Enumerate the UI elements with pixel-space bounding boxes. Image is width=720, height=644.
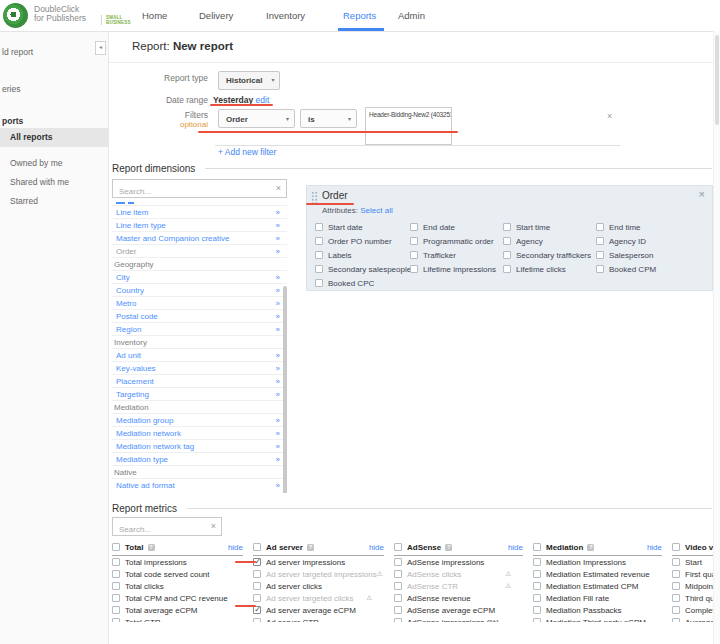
dimension-native-ad-format[interactable]: Native ad format» <box>112 479 287 488</box>
add-dimension-icon[interactable]: » <box>276 323 280 336</box>
nav-home[interactable]: Home <box>142 0 167 31</box>
checkbox[interactable] <box>394 594 402 602</box>
checkbox[interactable] <box>410 251 418 259</box>
dimension-targeting[interactable]: Targeting» <box>112 388 287 401</box>
checkbox[interactable] <box>533 606 541 614</box>
checkbox[interactable] <box>672 582 680 590</box>
add-dimension-icon[interactable]: » <box>276 271 280 284</box>
sidebar-item-all-reports[interactable]: All reports <box>0 128 108 147</box>
sidebar-item-shared-with-me[interactable]: Shared with me <box>10 175 69 189</box>
checkbox[interactable] <box>112 570 120 578</box>
add-dimension-icon[interactable]: » <box>276 284 280 297</box>
checkbox[interactable] <box>315 223 323 231</box>
add-dimension-icon[interactable]: » <box>276 349 280 362</box>
add-dimension-icon[interactable]: » <box>276 388 280 401</box>
hide-link[interactable]: hide <box>369 543 384 552</box>
clear-search-icon[interactable]: × <box>276 183 281 194</box>
nav-admin[interactable]: Admin <box>398 0 425 31</box>
checkbox[interactable] <box>503 265 511 273</box>
dimension-metro[interactable]: Metro» <box>112 297 287 310</box>
add-dimension-icon[interactable]: » <box>276 362 280 375</box>
checkbox[interactable] <box>672 606 680 614</box>
checkbox[interactable] <box>533 570 541 578</box>
checkbox[interactable] <box>315 237 323 245</box>
remove-filter-icon[interactable]: × <box>607 111 612 121</box>
add-dimension-icon[interactable]: » <box>276 453 280 466</box>
dimension-mediation-network[interactable]: Mediation network» <box>112 427 287 440</box>
sidebar-item-eries[interactable]: eries <box>2 82 20 96</box>
add-dimension-icon[interactable]: » <box>276 219 280 232</box>
checkbox[interactable] <box>112 594 120 602</box>
add-dimension-icon[interactable]: » <box>276 427 280 440</box>
checkbox[interactable] <box>253 582 261 590</box>
filter-dimension-dropdown[interactable]: Order ▾ <box>218 109 295 128</box>
add-dimension-icon[interactable]: » <box>276 414 280 427</box>
checkbox[interactable] <box>410 223 418 231</box>
checkbox[interactable] <box>253 570 261 578</box>
checkbox[interactable] <box>394 543 402 551</box>
dimensions-scrollbar-thumb[interactable] <box>283 286 287 493</box>
add-dimension-icon[interactable]: » <box>276 245 280 258</box>
checkbox[interactable] <box>410 237 418 245</box>
checkbox[interactable] <box>394 570 402 578</box>
checkbox[interactable] <box>672 618 680 622</box>
dimension-postal-code[interactable]: Postal code» <box>112 310 287 323</box>
filter-value-input[interactable]: Header-Bidding-New2 (403251988)× <box>365 107 452 145</box>
hide-link[interactable]: hide <box>508 543 523 552</box>
checkbox[interactable] <box>503 237 511 245</box>
dimension-city[interactable]: City» <box>112 271 287 284</box>
dimension-country[interactable]: Country» <box>112 284 287 297</box>
dimensions-search-input[interactable] <box>113 183 286 200</box>
checkbox[interactable] <box>672 594 680 602</box>
dimension-key-values[interactable]: Key-values» <box>112 362 287 375</box>
add-dimension-icon[interactable]: » <box>276 440 280 453</box>
dimension-mediation-group[interactable]: Mediation group» <box>112 414 287 427</box>
nav-delivery[interactable]: Delivery <box>199 0 233 31</box>
checkbox[interactable] <box>533 594 541 602</box>
sidebar-item-owned-by-me[interactable]: Owned by me <box>10 156 62 170</box>
checkbox[interactable] <box>503 251 511 259</box>
checkbox[interactable] <box>253 618 261 622</box>
dimension-order[interactable]: Order» <box>112 245 287 258</box>
checkbox[interactable] <box>394 582 402 590</box>
checkbox[interactable] <box>112 582 120 590</box>
checkbox[interactable] <box>672 558 680 566</box>
checkbox[interactable] <box>112 618 120 622</box>
checkbox[interactable] <box>533 618 541 622</box>
sidebar-item-starred[interactable]: Starred <box>10 194 38 208</box>
checkbox[interactable] <box>533 582 541 590</box>
dimension-mediation-type[interactable]: Mediation type» <box>112 453 287 466</box>
checkbox[interactable] <box>533 543 541 551</box>
checkbox[interactable] <box>596 237 604 245</box>
checkbox-checked[interactable]: ✓ <box>253 606 261 614</box>
filter-operator-dropdown[interactable]: is ▾ <box>300 109 357 128</box>
checkbox[interactable] <box>315 265 323 273</box>
add-dimension-icon[interactable]: » <box>276 232 280 245</box>
add-dimension-icon[interactable]: » <box>276 375 280 388</box>
checkbox[interactable] <box>672 570 680 578</box>
sidebar-item-ld-report[interactable]: ld report <box>2 45 33 59</box>
checkbox[interactable] <box>533 558 541 566</box>
dimension-ad-unit[interactable]: Ad unit» <box>112 349 287 362</box>
checkbox[interactable] <box>253 594 261 602</box>
checkbox[interactable] <box>112 558 120 566</box>
page-scrollbar[interactable] <box>713 31 720 644</box>
metrics-search-input[interactable] <box>113 521 221 538</box>
checkbox[interactable] <box>503 223 511 231</box>
checkbox[interactable] <box>315 251 323 259</box>
dimension-region[interactable]: Region» <box>112 323 287 336</box>
nav-reports[interactable]: Reports <box>343 0 376 31</box>
sidebar-collapse-icon[interactable]: ◂ <box>95 41 106 55</box>
add-dimension-icon[interactable]: » <box>276 310 280 323</box>
checkbox[interactable] <box>596 251 604 259</box>
checkbox[interactable] <box>596 223 604 231</box>
checkbox[interactable] <box>394 606 402 614</box>
add-new-filter-link[interactable]: + Add new filter <box>218 147 276 157</box>
add-dimension-icon[interactable]: » <box>276 297 280 310</box>
select-all-link[interactable]: Select all <box>360 206 392 215</box>
nav-inventory[interactable]: Inventory <box>266 0 305 31</box>
dimension-mediation-network-tag[interactable]: Mediation network tag» <box>112 440 287 453</box>
dimension-line-item[interactable]: Line item» <box>112 206 287 219</box>
dimension-line-item-type[interactable]: Line item type» <box>112 219 287 232</box>
hide-link[interactable]: hide <box>228 543 243 552</box>
